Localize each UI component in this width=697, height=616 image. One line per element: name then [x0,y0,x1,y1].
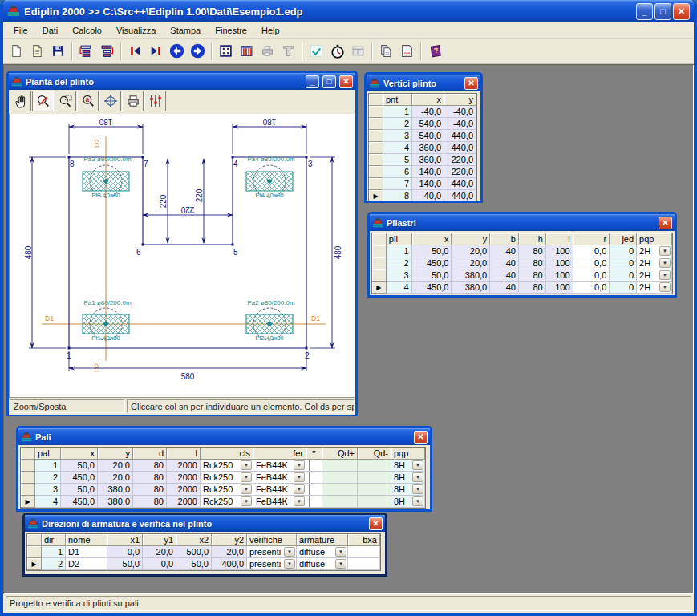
table-row[interactable]: 350,0380,0802000Rck250▼FeB44K▼8H▼ [21,484,425,496]
calculate-button[interactable] [327,41,347,61]
pali-close-button[interactable]: ✕ [414,431,428,444]
print-button[interactable] [257,41,278,61]
pile-pa2[interactable]: Pa2 ø80/200.0m Pl2 40x80 [246,299,295,342]
menu-stampa[interactable]: Stampa [163,23,208,38]
pianta-minimize-button[interactable]: _ [306,75,319,88]
col-pqp[interactable]: pqp [391,448,425,460]
col-x[interactable]: x [412,233,452,245]
col-bxa[interactable]: bxa [348,534,380,546]
vertici-close-button[interactable]: ✕ [464,77,478,90]
window-view-button[interactable] [348,41,368,61]
dropdown-button[interactable]: ▼ [241,496,252,506]
dropdown-button[interactable]: ▼ [412,496,423,506]
table-row[interactable]: 2450,020,040801000,002H▼ [372,257,672,270]
armature-edit-cell[interactable]: diffuse▼ [297,558,348,570]
dropdown-button[interactable]: ▼ [241,460,252,470]
menu-file[interactable]: File [6,23,35,38]
table-row[interactable]: 3540,0440,0 [369,130,476,142]
plan-canvas[interactable]: D2 D2 D1 D1 [9,114,355,398]
col-pqp[interactable]: pqp [637,233,672,245]
col-x2[interactable]: x2 [176,534,212,546]
copy-table-button[interactable] [397,41,417,61]
col-x[interactable]: x [61,448,98,460]
pianta-titlebar[interactable]: Pianta del plinto _ □ ✕ [9,73,355,90]
table-row[interactable]: 7140,0440,0 [369,178,476,190]
zoom-all-button[interactable]: a [77,91,99,111]
dropdown-button[interactable]: ▼ [659,246,671,256]
main-titlebar[interactable]: Ediplin 2000 >> C:\Src++\Ediplin 1.00\Da… [3,0,694,22]
dropdown-button[interactable]: ▼ [241,484,252,494]
table-row[interactable]: ▶4450,0380,0802000Rck250▼FeB44K▼8H▼ [21,496,425,508]
maximize-button[interactable]: □ [654,3,671,20]
col-x[interactable]: x [412,94,444,106]
dropdown-button[interactable]: ▼ [412,472,423,482]
dropdown-button[interactable]: ▼ [294,472,305,482]
dropdown-button[interactable]: ▼ [412,484,423,494]
dropdown-button[interactable]: ▼ [284,547,295,557]
checkbox[interactable] [309,484,310,495]
dropdown-button[interactable]: ▼ [294,484,305,494]
copy-button[interactable] [376,41,396,61]
col-cls[interactable]: cls [201,448,253,460]
insert-row-after-button[interactable] [97,41,117,61]
next-button[interactable] [188,41,208,61]
col-y[interactable]: y [452,233,490,245]
col-y[interactable]: y [444,94,476,106]
col-y2[interactable]: y2 [212,534,247,546]
col-d[interactable]: d [133,448,167,460]
col-verifiche[interactable]: verifiche [247,534,297,546]
pan-hand-button[interactable] [10,91,31,111]
col-star[interactable]: * [306,448,322,460]
pilastri-titlebar[interactable]: Pilastri ✕ [370,214,675,231]
vertici-titlebar[interactable]: Vertici plinto ✕ [367,75,480,91]
dropdown-button[interactable]: ▼ [659,270,671,280]
table-row[interactable]: ▶4450,0380,040801000,002H▼ [372,282,672,294]
pilastri-close-button[interactable]: ✕ [659,217,672,229]
checkbox[interactable] [309,472,310,483]
table-row[interactable]: ▶2D250,00,050,0400,0presenti▼diffuse▼ [27,558,380,570]
menu-visualizza[interactable]: Visualizza [109,23,163,38]
save-button[interactable] [48,41,68,61]
col-dir[interactable]: dir [42,534,66,546]
pianta-close-button[interactable]: ✕ [339,75,353,88]
col-pnt[interactable]: pnt [383,94,412,106]
col-x1[interactable]: x1 [107,534,143,546]
pianta-maximize-button[interactable]: □ [322,75,336,88]
col-fer[interactable]: fer [253,448,306,460]
dropdown-button[interactable]: ▼ [412,460,423,470]
open-document-button[interactable] [27,41,47,61]
table-row[interactable]: 2540,0-40,0 [369,118,476,130]
table-row[interactable]: 1-40,0-40,0 [369,106,476,118]
pilastri-view-button[interactable] [237,41,257,61]
table-row[interactable]: 150,020,0802000Rck250▼FeB44K▼8H▼ [21,460,425,472]
previous-button[interactable] [167,41,187,61]
col-armature[interactable]: armature [297,534,348,546]
dropdown-button[interactable]: ▼ [335,559,346,569]
table-row[interactable]: 150,020,040801000,002H▼ [372,245,672,257]
col-y[interactable]: y [98,448,133,460]
table-row[interactable]: 1D10,020,0500,020,0presenti▼diffuse▼ [27,546,380,558]
pile-pa4[interactable]: Pa4 ø80/200.0m Pl4 40x80 [246,156,295,199]
menu-dati[interactable]: Dati [35,23,66,38]
zoom-pointer-button[interactable] [32,91,54,111]
dropdown-button[interactable]: ▼ [335,547,346,557]
col-b[interactable]: b [490,233,519,245]
col-qd-plus[interactable]: Qd+ [322,448,358,460]
dropdown-button[interactable]: ▼ [241,472,252,482]
col-y1[interactable]: y1 [143,534,176,546]
minimize-button[interactable]: _ [636,3,653,20]
new-document-button[interactable] [6,41,26,61]
col-l[interactable]: l [546,233,573,245]
dropdown-button[interactable]: ▼ [284,559,295,569]
plinto-plan-button[interactable] [216,41,236,61]
current-row-marker[interactable]: ▶ [372,282,387,294]
col-r[interactable]: r [573,233,610,245]
pali-titlebar[interactable]: Pali ✕ [18,428,430,445]
zoom-window-button[interactable] [55,91,76,111]
col-l[interactable]: l [167,448,201,460]
col-nome[interactable]: nome [66,534,107,546]
first-record-button[interactable] [125,41,145,61]
verify-button[interactable] [306,41,326,61]
menu-help[interactable]: Help [254,23,287,38]
direzioni-close-button[interactable]: ✕ [369,517,383,530]
